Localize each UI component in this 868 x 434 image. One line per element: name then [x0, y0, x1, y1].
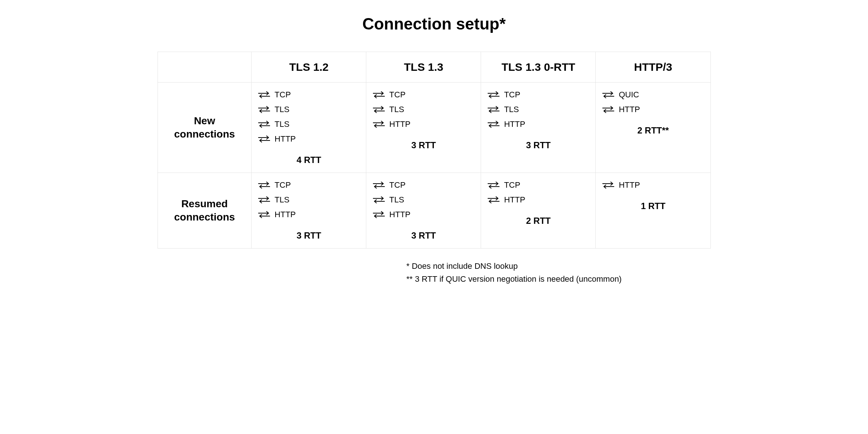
bidirectional-arrow-icon [257, 181, 271, 190]
steps-list: HTTP [602, 180, 704, 190]
step-label: TCP [274, 90, 291, 100]
step-label: TLS [274, 195, 289, 205]
bidirectional-arrow-icon [487, 181, 500, 190]
step-item: TCP [257, 90, 360, 100]
header-tls12: TLS 1.2 [252, 52, 366, 83]
bidirectional-arrow-icon [257, 135, 271, 143]
step-item: TCP [257, 180, 360, 190]
bidirectional-arrow-icon [487, 90, 500, 99]
bidirectional-arrow-icon [487, 120, 500, 129]
step-label: QUIC [619, 90, 639, 100]
step-item: TLS [372, 105, 475, 114]
bidirectional-arrow-icon [372, 90, 385, 99]
bidirectional-arrow-icon [487, 105, 500, 114]
step-label: HTTP [274, 210, 295, 219]
step-label: TLS [274, 105, 289, 114]
bidirectional-arrow-icon [602, 105, 615, 114]
step-item: HTTP [487, 119, 589, 129]
step-label: HTTP [274, 134, 295, 144]
footnote-2: ** 3 RTT if QUIC version negotiation is … [407, 272, 711, 285]
resumed-tls13-cell: TCPTLSHTTP3 RTT [366, 173, 481, 249]
rtt-value: 4 RTT [257, 155, 360, 165]
step-item: TCP [372, 90, 475, 100]
step-label: TLS [274, 119, 289, 129]
bidirectional-arrow-icon [372, 120, 385, 129]
step-item: HTTP [602, 105, 704, 114]
header-http3: HTTP/3 [596, 52, 710, 83]
new-tls13-0rtt-cell: TCPTLSHTTP3 RTT [481, 83, 596, 173]
step-item: TLS [487, 105, 589, 114]
step-label: TLS [389, 105, 404, 114]
header-row: TLS 1.2 TLS 1.3 TLS 1.3 0-RTT HTTP/3 [158, 52, 710, 83]
rtt-value: 3 RTT [257, 230, 360, 241]
step-item: TCP [372, 180, 475, 190]
rtt-value: 2 RTT** [602, 125, 704, 136]
bidirectional-arrow-icon [372, 210, 385, 219]
footnotes: * Does not include DNS lookup ** 3 RTT i… [407, 260, 711, 285]
step-label: TCP [274, 180, 291, 190]
steps-list: TCPTLSTLSHTTP [257, 90, 360, 144]
step-label: TCP [389, 180, 405, 190]
diagram-container: Connection setup* TLS 1.2 TLS 1.3 TLS 1.… [158, 15, 711, 285]
bidirectional-arrow-icon [257, 120, 271, 129]
step-label: HTTP [619, 105, 640, 114]
rtt-value: 1 RTT [602, 201, 704, 211]
resumed-tls12-cell: TCPTLSHTTP3 RTT [252, 173, 366, 249]
step-label: HTTP [504, 119, 525, 129]
bidirectional-arrow-icon [257, 90, 271, 99]
new-connections-row: New connections TCPTLSTLSHTTP4 RTT TCPTL… [158, 83, 710, 173]
steps-list: TCPTLSHTTP [487, 90, 589, 129]
comparison-table: TLS 1.2 TLS 1.3 TLS 1.3 0-RTT HTTP/3 New… [158, 52, 711, 249]
new-http3-cell: QUICHTTP2 RTT** [596, 83, 710, 173]
bidirectional-arrow-icon [372, 105, 385, 114]
step-item: HTTP [602, 180, 704, 190]
resumed-http3-cell: HTTP1 RTT [596, 173, 710, 249]
step-label: TCP [389, 90, 405, 100]
resumed-tls13-0rtt-cell: TCPHTTP2 RTT [481, 173, 596, 249]
step-item: TLS [257, 119, 360, 129]
rtt-value: 3 RTT [372, 230, 475, 241]
steps-list: QUICHTTP [602, 90, 704, 114]
bidirectional-arrow-icon [257, 195, 271, 204]
step-item: HTTP [372, 119, 475, 129]
footnote-1: * Does not include DNS lookup [407, 260, 711, 272]
new-connections-label: New connections [158, 83, 252, 173]
bidirectional-arrow-icon [602, 181, 615, 190]
diagram-title: Connection setup* [158, 15, 711, 33]
step-label: HTTP [389, 119, 410, 129]
step-item: QUIC [602, 90, 704, 100]
step-label: TLS [504, 105, 519, 114]
step-label: TCP [504, 90, 520, 100]
step-item: HTTP [487, 195, 589, 205]
step-label: HTTP [619, 180, 640, 190]
steps-list: TCPHTTP [487, 180, 589, 205]
step-item: HTTP [372, 210, 475, 219]
steps-list: TCPTLSHTTP [372, 180, 475, 219]
step-item: HTTP [257, 134, 360, 144]
resumed-connections-label: Resumed connections [158, 173, 252, 249]
new-tls12-cell: TCPTLSTLSHTTP4 RTT [252, 83, 366, 173]
step-label: HTTP [504, 195, 525, 205]
bidirectional-arrow-icon [257, 210, 271, 219]
step-label: HTTP [389, 210, 410, 219]
new-tls13-cell: TCPTLSHTTP3 RTT [366, 83, 481, 173]
rtt-value: 2 RTT [487, 216, 589, 226]
step-item: TCP [487, 90, 589, 100]
bidirectional-arrow-icon [602, 90, 615, 99]
bidirectional-arrow-icon [487, 195, 500, 204]
step-item: TLS [372, 195, 475, 205]
bidirectional-arrow-icon [257, 105, 271, 114]
bidirectional-arrow-icon [372, 195, 385, 204]
step-label: TCP [504, 180, 520, 190]
resumed-connections-row: Resumed connections TCPTLSHTTP3 RTT TCPT… [158, 173, 710, 249]
steps-list: TCPTLSHTTP [372, 90, 475, 129]
bidirectional-arrow-icon [372, 181, 385, 190]
rtt-value: 3 RTT [372, 140, 475, 150]
header-tls13: TLS 1.3 [366, 52, 481, 83]
step-item: TCP [487, 180, 589, 190]
step-item: HTTP [257, 210, 360, 219]
steps-list: TCPTLSHTTP [257, 180, 360, 219]
header-empty [158, 52, 252, 83]
step-item: TLS [257, 105, 360, 114]
step-item: TLS [257, 195, 360, 205]
